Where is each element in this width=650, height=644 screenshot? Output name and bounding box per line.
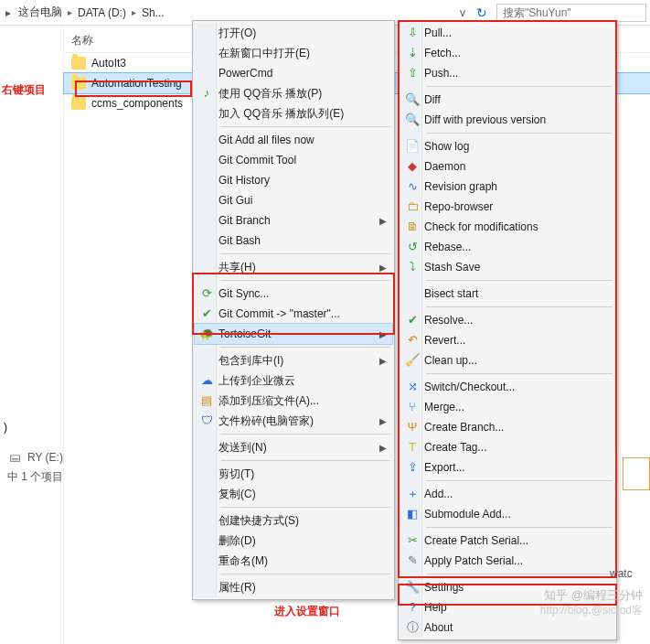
chevron-right-icon: ▸ [4, 6, 13, 19]
menu-push[interactable]: ⇧Push... [400, 63, 614, 83]
menu-bisect-start[interactable]: Bisect start [400, 284, 614, 304]
menu-git-commit-tool[interactable]: Git Commit Tool [195, 150, 392, 170]
patch-create-icon: ✂ [405, 533, 420, 548]
menu-create-branch[interactable]: ΨCreate Branch... [400, 417, 614, 437]
menu-switch-checkout[interactable]: ⤭Switch/Checkout... [400, 377, 614, 397]
menu-apply-patch[interactable]: ✎Apply Patch Serial... [400, 551, 614, 571]
menu-copy[interactable]: 复制(C) [195, 484, 392, 504]
menu-file-shred[interactable]: 🛡文件粉碎(电脑管家)▶ [195, 411, 392, 431]
menu-diff[interactable]: 🔍Diff [400, 90, 614, 110]
menu-git-bash[interactable]: Git Bash [195, 231, 392, 251]
menu-tortoisegit[interactable]: 🐢TortoiseGit▶ [195, 324, 392, 344]
menu-pull[interactable]: ⇩Pull... [400, 23, 614, 43]
menu-show-log[interactable]: 📄Show log [400, 136, 614, 156]
archive-icon: ▤ [199, 393, 214, 408]
menu-git-gui[interactable]: Git Gui [195, 190, 392, 210]
tree-spacer [0, 26, 64, 644]
revert-icon: ↶ [405, 333, 420, 348]
refresh-icon[interactable]: ↻ [471, 5, 493, 20]
search-input[interactable] [496, 4, 646, 22]
commit-icon: ✔ [199, 306, 214, 321]
merge-icon: ⑂ [405, 400, 420, 414]
repo-icon: 🗀 [405, 199, 420, 214]
menu-clean-up[interactable]: 🧹Clean up... [400, 350, 614, 370]
context-menu-main: 打开(O) 在新窗口中打开(E) PowerCmd ♪使用 QQ音乐 播放(P)… [192, 20, 395, 600]
menu-resolve[interactable]: ✔Resolve... [400, 310, 614, 330]
menu-git-history[interactable]: Git History [195, 170, 392, 190]
drive-icon: 🖴 [7, 450, 22, 465]
menu-export[interactable]: ⇪Export... [400, 457, 614, 478]
folder-icon [71, 77, 86, 90]
menu-rebase[interactable]: ↺Rebase... [400, 237, 614, 257]
menu-create-patch[interactable]: ✂Create Patch Serial... [400, 531, 614, 551]
menu-add-archive[interactable]: ▤添加到压缩文件(A)... [195, 391, 392, 411]
menu-fetch[interactable]: ⇣Fetch... [400, 43, 614, 63]
annotation-right-click: 右键项目 [2, 82, 46, 98]
branch-icon: Ψ [405, 420, 420, 435]
menu-git-branch[interactable]: Git Branch▶ [195, 210, 392, 231]
log-icon: 📄 [405, 139, 420, 154]
menu-include-library[interactable]: 包含到库中(I)▶ [195, 350, 392, 370]
submenu-arrow-icon: ▶ [379, 329, 387, 339]
settings-icon: 🔧 [405, 580, 420, 595]
sync-icon: ⟳ [199, 286, 214, 301]
breadcrumb-drive[interactable]: DATA (D:) [74, 5, 130, 21]
rebase-icon: ↺ [405, 240, 420, 254]
diff-icon: 🔍 [405, 92, 420, 107]
menu-repo-browser[interactable]: 🗀Repo-browser [400, 197, 614, 217]
patch-apply-icon: ✎ [405, 553, 420, 568]
menu-git-add-all[interactable]: Git Add all files now [195, 130, 392, 150]
watermark: 知乎 @编程三分钟 [544, 587, 643, 604]
stash-icon: ⤵ [405, 260, 420, 274]
menu-delete[interactable]: 删除(D) [195, 531, 392, 551]
add-icon: ＋ [405, 487, 420, 501]
menu-git-commit-master[interactable]: ✔Git Commit -> "master"... [195, 304, 392, 324]
menu-create-shortcut[interactable]: 创建快捷方式(S) [195, 510, 392, 531]
menu-qqmusic-play[interactable]: ♪使用 QQ音乐 播放(P) [195, 83, 392, 103]
pull-icon: ⇩ [405, 26, 420, 40]
menu-send-to[interactable]: 发送到(N)▶ [195, 437, 392, 457]
tag-icon: T [405, 440, 420, 455]
menu-add[interactable]: ＋Add... [400, 484, 614, 504]
menu-revert[interactable]: ↶Revert... [400, 330, 614, 350]
cleanup-icon: 🧹 [405, 353, 420, 368]
folder-name: AutoIt3 [91, 57, 126, 70]
menu-merge[interactable]: ⑂Merge... [400, 397, 614, 417]
menu-git-sync[interactable]: ⟳Git Sync... [195, 284, 392, 304]
menu-properties[interactable]: 属性(R) [195, 577, 392, 597]
dropdown-icon[interactable]: v [458, 6, 467, 19]
qqmusic-icon: ♪ [199, 86, 214, 101]
menu-stash-save[interactable]: ⤵Stash Save [400, 257, 614, 277]
watermark-url: http://blog.@sicrod客 [540, 603, 643, 618]
menu-open[interactable]: 打开(O) [195, 23, 392, 43]
menu-powercmd[interactable]: PowerCmd [195, 63, 392, 83]
submodule-icon: ◧ [405, 507, 420, 521]
menu-submodule-add[interactable]: ◧Submodule Add... [400, 504, 614, 524]
submenu-arrow-icon: ▶ [379, 216, 387, 226]
menu-check-modifications[interactable]: 🗎Check for modifications [400, 217, 614, 237]
graph-icon: ∿ [405, 179, 420, 194]
diff-prev-icon: 🔍 [405, 113, 420, 127]
menu-cut[interactable]: 剪切(T) [195, 464, 392, 484]
menu-about[interactable]: ⓘAbout [400, 617, 614, 638]
menu-create-tag[interactable]: TCreate Tag... [400, 437, 614, 457]
breadcrumb-folder[interactable]: Sh... [138, 5, 168, 21]
menu-share[interactable]: 共享(H)▶ [195, 257, 392, 277]
menu-revision-graph[interactable]: ∿Revision graph [400, 177, 614, 197]
breadcrumb[interactable]: ▸ 这台电脑 ▸ DATA (D:) ▸ Sh... [4, 3, 168, 22]
submenu-arrow-icon: ▶ [379, 263, 387, 273]
breadcrumb-root[interactable]: 这台电脑 [15, 3, 66, 22]
cropped-text: watc [610, 567, 650, 580]
drive-label: RY (E:) [27, 451, 63, 464]
nav-divider: ) [4, 421, 7, 434]
menu-diff-prev[interactable]: 🔍Diff with previous version [400, 110, 614, 130]
context-menu-tortoisegit: ⇩Pull... ⇣Fetch... ⇧Push... 🔍Diff 🔍Diff … [398, 20, 617, 640]
menu-qqmusic-queue[interactable]: 加入 QQ音乐 播放队列(E) [195, 103, 392, 123]
menu-rename[interactable]: 重命名(M) [195, 551, 392, 571]
menu-upload-wework[interactable]: ☁上传到企业微云 [195, 370, 392, 391]
push-icon: ⇧ [405, 66, 420, 80]
menu-open-new-window[interactable]: 在新窗口中打开(E) [195, 43, 392, 63]
menu-daemon[interactable]: ◆Daemon [400, 156, 614, 177]
daemon-icon: ◆ [405, 159, 420, 174]
resolve-icon: ✔ [405, 313, 420, 327]
